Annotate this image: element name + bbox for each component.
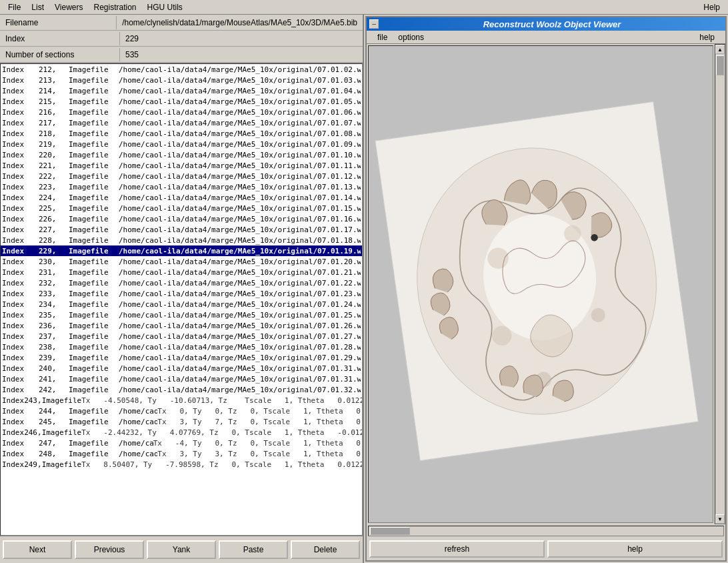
index-label: Index — [0, 32, 120, 45]
filename-row: Filename /home/clynelish/data1/marge/Mou… — [0, 15, 363, 31]
menubar: File List Viewers Registration HGU Utils… — [0, 0, 728, 15]
list-item[interactable]: Index217,Imagefile/home/caol-ila/data4/m… — [1, 117, 362, 128]
button-bar: Next Previous Yank Paste Delete — [0, 536, 363, 563]
histology-image — [369, 46, 713, 522]
list-area[interactable]: Index212,Imagefile/home/caol-ila/data4/m… — [0, 63, 363, 536]
list-item-transform[interactable]: Index249,Imagefile/home/caol-ila/data4/m… — [1, 459, 362, 470]
list-item[interactable]: Index225,Imagefile/home/caol-ila/data4/m… — [1, 203, 362, 213]
num-sections-label: Number of sections — [0, 48, 120, 61]
yank-button[interactable]: Yank — [147, 540, 216, 559]
viewer-vertical-scrollbar[interactable]: ▲ ▼ — [715, 44, 725, 524]
viewer-menu-help[interactable]: help — [694, 32, 720, 43]
list-item[interactable]: Index222,Imagefile/home/caol-ila/data4/m… — [1, 171, 362, 181]
viewer-title: Reconstruct Woolz Object Viewer — [381, 19, 723, 29]
list-item[interactable]: Index213,Imagefile/home/caol-ila/data4/m… — [1, 75, 362, 85]
list-item[interactable]: Index223,Imagefile/home/caol-ila/data4/m… — [1, 181, 362, 192]
left-panel: Filename /home/clynelish/data1/marge/Mou… — [0, 15, 364, 563]
list-item[interactable]: Index242,Imagefile/home/caol-ila/data4/m… — [1, 384, 362, 395]
viewer-help-button[interactable]: help — [547, 540, 723, 558]
main-container: Filename /home/clynelish/data1/marge/Mou… — [0, 15, 728, 563]
list-item-transform[interactable]: Index248,Imagefile/home/caol-ila/data4/m… — [1, 448, 362, 459]
list-item[interactable]: Index231,Imagefile/home/caol-ila/data4/m… — [1, 267, 362, 277]
list-item[interactable]: Index240,Imagefile/home/caol-ila/data4/m… — [1, 363, 362, 374]
index-value: 229 — [120, 32, 363, 45]
viewer-menu-file[interactable]: file — [372, 32, 393, 43]
list-item[interactable]: Index227,Imagefile/home/caol-ila/data4/m… — [1, 224, 362, 235]
viewer-main-area: ▲ ▼ — [367, 44, 725, 524]
list-item[interactable]: Index228,Imagefile/home/caol-ila/data4/m… — [1, 235, 362, 245]
viewer-scroll-down-button[interactable]: ▼ — [715, 514, 725, 524]
list-item[interactable]: Index230,Imagefile/home/caol-ila/data4/m… — [1, 256, 362, 267]
viewer-titlebar: ─ Reconstruct Woolz Object Viewer — [367, 17, 725, 31]
filename-label: Filename — [0, 16, 117, 29]
filename-value: /home/clynelish/data1/marge/MouseAtlas/M… — [117, 16, 363, 29]
delete-button[interactable]: Delete — [291, 540, 360, 559]
list-item-transform[interactable]: Index247,Imagefile/home/caol-ila/data4/m… — [1, 438, 362, 448]
list-item[interactable]: Index239,Imagefile/home/caol-ila/data4/m… — [1, 352, 362, 363]
list-item-transform[interactable]: Index243,Imagefile/home/caol-ila/data4/m… — [1, 395, 362, 406]
menu-registration[interactable]: Registration — [89, 1, 142, 13]
menu-file[interactable]: File — [3, 1, 26, 13]
list-item[interactable]: Index232,Imagefile/home/caol-ila/data4/m… — [1, 277, 362, 288]
viewer-window: ─ Reconstruct Woolz Object Viewer file o… — [365, 16, 727, 562]
next-button[interactable]: Next — [3, 540, 72, 559]
index-row: Index 229 — [0, 31, 363, 47]
previous-button[interactable]: Previous — [75, 540, 144, 559]
list-item[interactable]: Index241,Imagefile/home/caol-ila/data4/m… — [1, 374, 362, 384]
menu-hgu-utils[interactable]: HGU Utils — [142, 1, 188, 13]
menu-list[interactable]: List — [26, 1, 49, 13]
viewer-menu-options[interactable]: options — [393, 32, 429, 43]
info-section: Filename /home/clynelish/data1/marge/Mou… — [0, 15, 363, 63]
list-item[interactable]: Index233,Imagefile/home/caol-ila/data4/m… — [1, 288, 362, 299]
list-item[interactable]: Index212,Imagefile/home/caol-ila/data4/m… — [1, 64, 362, 75]
list-item[interactable]: Index214,Imagefile/home/caol-ila/data4/m… — [1, 85, 362, 96]
list-item[interactable]: Index219,Imagefile/home/caol-ila/data4/m… — [1, 139, 362, 149]
list-item[interactable]: Index238,Imagefile/home/caol-ila/data4/m… — [1, 342, 362, 352]
viewer-refresh-button[interactable]: refresh — [369, 540, 545, 558]
list-item[interactable]: Index224,Imagefile/home/caol-ila/data4/m… — [1, 192, 362, 203]
viewer-canvas — [368, 45, 713, 523]
list-item-transform[interactable]: Index246,Imagefile/home/caol-ila/data4/m… — [1, 427, 362, 438]
list-item[interactable]: Index216,Imagefile/home/caol-ila/data4/m… — [1, 107, 362, 117]
list-item[interactable]: Index226,Imagefile/home/caol-ila/data4/m… — [1, 213, 362, 224]
list-item-transform[interactable]: Index244,Imagefile/home/caol-ila/data4/m… — [1, 406, 362, 416]
list-item[interactable]: Index229,Imagefile/home/caol-ila/data4/m… — [1, 245, 362, 256]
num-sections-value: 535 — [120, 48, 363, 61]
list-item[interactable]: Index235,Imagefile/home/caol-ila/data4/m… — [1, 310, 362, 320]
menu-viewers[interactable]: Viewers — [49, 1, 88, 13]
list-item[interactable]: Index215,Imagefile/home/caol-ila/data4/m… — [1, 96, 362, 107]
viewer-scroll-up-button[interactable]: ▲ — [715, 45, 725, 54]
viewer-menubar: file options help — [367, 31, 725, 44]
list-item[interactable]: Index220,Imagefile/home/caol-ila/data4/m… — [1, 149, 362, 160]
viewer-scroll-thumb[interactable] — [716, 55, 724, 75]
viewer-hscroll-thumb[interactable] — [370, 527, 410, 535]
list-item[interactable]: Index221,Imagefile/home/caol-ila/data4/m… — [1, 160, 362, 171]
viewer-controls: refresh help — [367, 538, 725, 560]
viewer-minimize-button[interactable]: ─ — [369, 19, 379, 29]
right-panel: ─ Reconstruct Woolz Object Viewer file o… — [364, 15, 728, 563]
viewer-horizontal-scrollbar[interactable] — [368, 526, 724, 536]
list-item-transform[interactable]: Index245,Imagefile/home/caol-ila/data4/m… — [1, 416, 362, 427]
list-item[interactable]: Index236,Imagefile/home/caol-ila/data4/m… — [1, 320, 362, 331]
list-item[interactable]: Index234,Imagefile/home/caol-ila/data4/m… — [1, 299, 362, 310]
menu-help[interactable]: Help — [698, 1, 725, 13]
list-item[interactable]: Index218,Imagefile/home/caol-ila/data4/m… — [1, 128, 362, 139]
num-sections-row: Number of sections 535 — [0, 47, 363, 63]
paste-button[interactable]: Paste — [219, 540, 288, 559]
list-item[interactable]: Index237,Imagefile/home/caol-ila/data4/m… — [1, 331, 362, 342]
